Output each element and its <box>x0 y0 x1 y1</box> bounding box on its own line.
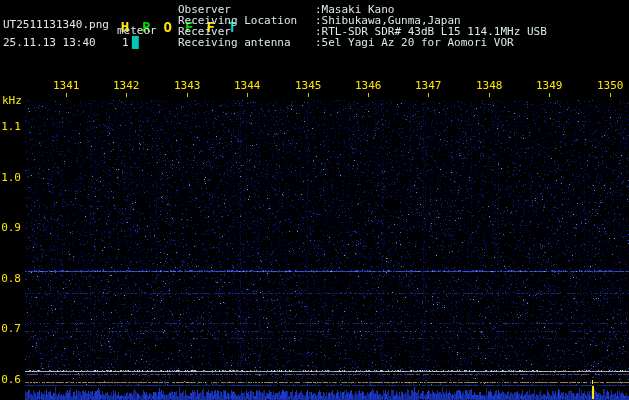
x-tick-label: 1342 <box>113 80 140 92</box>
x-tick-label: 1344 <box>234 80 261 92</box>
y-tick-label: 1.0 <box>0 172 21 184</box>
y-tick-label: 0.7 <box>0 323 21 335</box>
x-tick-label: 1345 <box>295 80 322 92</box>
cursor-block: █ <box>132 37 139 49</box>
counter-label: 1 <box>122 37 129 49</box>
output-filename: UT2511131340.png <box>3 19 109 31</box>
y-axis-unit: kHz <box>2 95 22 107</box>
header-label: Receiving antenna <box>178 37 291 49</box>
x-tick-label: 1349 <box>536 80 563 92</box>
x-tick-label: 1347 <box>415 80 442 92</box>
y-tick-label: 0.9 <box>0 222 21 234</box>
hrofft-output: HROFFT UT2511131340.png meteor 25.11.13 … <box>0 0 629 400</box>
x-tick-label: 1343 <box>174 80 201 92</box>
header-value: :5el Yagi Az 20 for Aomori VOR <box>315 37 514 49</box>
x-tick-label: 1348 <box>476 80 503 92</box>
y-tick-label: 0.6 <box>0 374 21 386</box>
x-tick-label: 1346 <box>355 80 382 92</box>
datetime-label: 25.11.13 13:40 <box>3 37 96 49</box>
x-tick-label: 1341 <box>53 80 80 92</box>
x-tick-label: 1350 <box>597 80 624 92</box>
y-tick-label: 1.1 <box>0 121 21 133</box>
y-tick-label: 0.8 <box>0 273 21 285</box>
spectrogram-canvas <box>0 0 629 400</box>
